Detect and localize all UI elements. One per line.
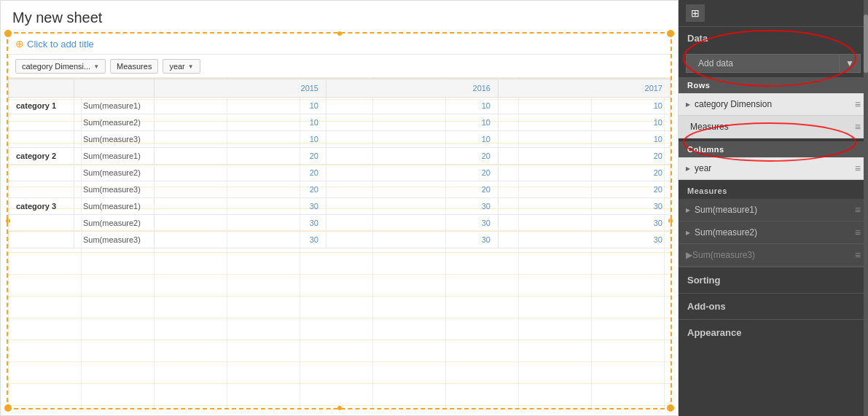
table-header-row: 2015 2016 2017 — [9, 79, 670, 98]
table-wrapper: 2015 2016 2017 category 1 Sum(measure1) … — [8, 79, 670, 248]
cell-val: 10 — [155, 131, 327, 148]
sheet-title: My new sheet — [1, 1, 678, 32]
cell-val: 20 — [498, 165, 670, 181]
cell-val: 10 — [327, 131, 498, 148]
expand-icon: ▶ — [686, 229, 690, 236]
hamburger-icon[interactable]: ≡ — [855, 227, 861, 238]
columns-label: Columns — [679, 141, 868, 157]
table-row: category 2 Sum(measure1) 20 20 20 — [9, 148, 670, 165]
hamburger-icon[interactable]: ≡ — [855, 98, 861, 110]
filter-year[interactable]: year ▼ — [163, 59, 200, 74]
cell-val: 20 — [327, 165, 498, 181]
col-header-2016: 2016 — [327, 79, 498, 98]
expand-icon: ▶ — [686, 207, 690, 213]
measure-label: Sum(measure1) — [74, 98, 155, 114]
cell-val: 10 — [327, 98, 498, 114]
columns-section: Columns ▶ year ≡ — [679, 141, 868, 180]
category-label — [9, 232, 74, 248]
col-header-cat — [9, 79, 74, 98]
rows-label: Rows — [679, 77, 868, 93]
add-data-dropdown-btn[interactable]: ▼ — [840, 54, 861, 73]
cell-val: 30 — [498, 215, 670, 232]
panel-section-data: Data — [679, 26, 868, 50]
measures-label: Measures — [679, 183, 868, 199]
add-data-bar: Add data ▼ — [679, 50, 868, 77]
table-row: Sum(measure2) 20 20 20 — [9, 165, 670, 181]
hamburger-icon[interactable]: ≡ — [855, 162, 861, 174]
resize-handle-bl[interactable] — [4, 404, 12, 412]
plus-icon: ⊕ — [15, 38, 24, 50]
main-area: My new sheet ⊕ Click to add title catego… — [0, 0, 679, 416]
resize-handle-bottom[interactable] — [337, 406, 342, 410]
column-item-year[interactable]: ▶ year ≡ — [679, 157, 868, 180]
resize-handle-br[interactable] — [667, 404, 674, 412]
cell-val: 30 — [498, 198, 670, 215]
click-to-add-title[interactable]: ⊕ Click to add title — [8, 34, 670, 55]
cell-val: 10 — [498, 131, 670, 148]
cell-val: 10 — [498, 114, 670, 131]
bottom-section: Sorting Add-ons Appearance — [679, 267, 868, 345]
filter-measures[interactable]: Measures — [110, 59, 158, 74]
filter-bar: category Dimensi... ▼ Measures year ▼ — [8, 55, 670, 79]
cell-val: 20 — [327, 148, 498, 165]
row-item-measures[interactable]: Measures ≡ — [679, 116, 868, 138]
sorting-item[interactable]: Sorting — [679, 267, 868, 293]
resize-handle-top[interactable] — [337, 31, 342, 36]
table-row: Sum(measure3) 30 30 30 — [9, 232, 670, 248]
col-header-2015: 2015 — [155, 79, 327, 98]
cell-val: 10 — [498, 98, 670, 114]
cell-val: 20 — [155, 148, 327, 165]
measure-label: Sum(measure1) — [74, 148, 155, 165]
col-header-2017: 2017 — [498, 79, 670, 98]
cell-val: 30 — [155, 198, 327, 215]
measure-label: Sum(measure3) — [74, 181, 155, 198]
category-label — [9, 131, 74, 148]
viz-container: ⊕ Click to add title category Dimensi...… — [7, 32, 672, 409]
expand-icon: ▶ — [686, 165, 690, 172]
cell-val: 20 — [155, 181, 327, 198]
measures-section: Measures ▶ Sum(measure1) ≡ ▶ Sum(measure… — [679, 183, 868, 267]
expand-icon: ▶ — [686, 101, 690, 108]
table-row: Sum(measure3) 20 20 20 — [9, 181, 670, 198]
measure-label: Sum(measure2) — [74, 114, 155, 131]
category-label — [9, 114, 74, 131]
measure-item-3-faded[interactable]: ▶ Sum(measure3) ≡ — [679, 244, 868, 267]
table-view-icon-btn[interactable]: ⊞ — [686, 4, 705, 22]
filter-category-dimension[interactable]: category Dimensi... ▼ — [15, 59, 106, 74]
appearance-item[interactable]: Appearance — [679, 319, 868, 345]
data-table: 2015 2016 2017 category 1 Sum(measure1) … — [8, 79, 670, 248]
expand-icon: ▶ — [686, 250, 692, 260]
cell-val: 30 — [327, 215, 498, 232]
cell-val: 30 — [327, 198, 498, 215]
cell-val: 30 — [498, 232, 670, 248]
measure-label: Sum(measure1) — [74, 198, 155, 215]
addons-item[interactable]: Add-ons — [679, 293, 868, 319]
add-data-button[interactable]: Add data — [686, 54, 840, 73]
col-header-measure — [74, 79, 155, 98]
category-label: category 3 — [9, 198, 74, 215]
right-panel: ⊞ Data Add data ▼ Rows ▶ category Dimens… — [679, 0, 868, 416]
category-label: category 2 — [9, 148, 74, 165]
row-item-category-dimension[interactable]: ▶ category Dimension ≡ — [679, 93, 868, 116]
cell-val: 10 — [155, 98, 327, 114]
filter-category-arrow: ▼ — [93, 63, 99, 70]
resize-handle-tl[interactable] — [4, 30, 12, 37]
scrollbar-track — [864, 0, 868, 416]
category-label — [9, 215, 74, 232]
resize-handle-tr[interactable] — [667, 30, 674, 37]
cell-val: 10 — [327, 114, 498, 131]
measure-item-2[interactable]: ▶ Sum(measure2) ≡ — [679, 221, 868, 244]
hamburger-icon[interactable]: ≡ — [855, 249, 861, 261]
measure-label: Sum(measure3) — [74, 232, 155, 248]
table-row: category 1 Sum(measure1) 10 10 10 — [9, 98, 670, 114]
hamburger-icon[interactable]: ≡ — [855, 204, 861, 216]
measure-label: Sum(measure3) — [74, 131, 155, 148]
measure-label: Sum(measure2) — [74, 215, 155, 232]
cell-val: 30 — [155, 232, 327, 248]
hamburger-icon[interactable]: ≡ — [855, 121, 861, 133]
scrollbar-thumb[interactable] — [864, 15, 868, 73]
measure-item-1[interactable]: ▶ Sum(measure1) ≡ — [679, 199, 868, 221]
cell-val: 20 — [498, 148, 670, 165]
cell-val: 20 — [498, 181, 670, 198]
category-label — [9, 181, 74, 198]
